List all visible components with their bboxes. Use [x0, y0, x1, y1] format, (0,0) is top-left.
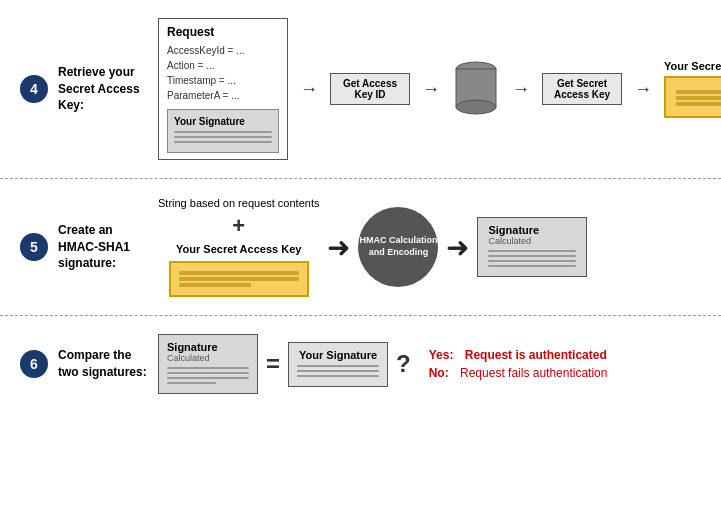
s5-content: String based on request contents + Your … [158, 197, 701, 297]
sig-line-s5-2 [488, 255, 576, 257]
signature-inner-title: Your Signature [174, 116, 272, 127]
fat-arrow-5: ➜ [327, 231, 350, 264]
no-text: Request fails authentication [460, 366, 607, 380]
key-line-2 [676, 96, 721, 100]
field-parameter: ParameterA = ... [167, 88, 279, 103]
request-box: Request AccessKeyId = ... Action = ... T… [158, 18, 288, 160]
key-line-3 [676, 102, 721, 106]
signature-box-s5: Signature Calculated [477, 217, 587, 277]
signature-inner-box: Your Signature [167, 109, 279, 153]
your-sig-line-1 [297, 365, 379, 367]
equals-sign: = [266, 350, 280, 378]
section-6: 6 Compare the two signatures: Signature … [0, 316, 721, 412]
secret-key-title: Your Secret Access Key [664, 60, 721, 72]
calc-sig-line-2 [167, 372, 249, 374]
signature-box-title: Signature [488, 224, 576, 236]
sig-line-3 [174, 141, 272, 143]
sk-line-2 [179, 277, 299, 281]
field-action: Action = ... [167, 58, 279, 73]
calc-sig-title: Signature [167, 341, 249, 353]
get-secret-access-key-label: Get Secret Access Key [542, 73, 622, 105]
field-access-key: AccessKeyId = ... [167, 43, 279, 58]
yes-line: Yes: Request is authenticated [429, 348, 608, 362]
calc-sig-line-1 [167, 367, 249, 369]
hmac-circle: HMAC Calculation and Encoding [358, 207, 438, 287]
fat-arrow-5b: ➜ [446, 231, 469, 264]
plus-sign: + [232, 213, 245, 239]
no-line: No: Request fails authentication [429, 366, 608, 380]
get-access-key-id-label: Get Access Key ID [330, 73, 410, 105]
your-sig-title: Your Signature [297, 349, 379, 361]
sig-line-2 [174, 136, 272, 138]
arrow-4: → [634, 79, 652, 100]
secret-key-yellow-box [169, 261, 309, 297]
your-sig-box: Your Signature [288, 342, 388, 387]
yes-label: Yes: [429, 348, 454, 362]
step-4-circle: 4 [20, 75, 48, 103]
your-sig-line-2 [297, 370, 379, 372]
calc-sig-line-4 [167, 382, 216, 384]
yes-no-box: Yes: Request is authenticated No: Reques… [429, 348, 608, 380]
string-stacked: String based on request contents + Your … [158, 197, 319, 297]
step-6-label: Compare the two signatures: [58, 347, 148, 381]
sig-line-1 [174, 131, 272, 133]
secret-key-lines [676, 90, 721, 106]
s6-content: Signature Calculated = Your Signature ? … [158, 334, 701, 394]
secret-key-value-box [664, 76, 721, 118]
arrow-2: → [422, 79, 440, 100]
key-line-1 [676, 90, 721, 94]
your-sig-line-3 [297, 375, 379, 377]
arrow-3: → [512, 79, 530, 100]
no-label: No: [429, 366, 449, 380]
step-4-label: Retrieve your Secret Access Key: [58, 64, 148, 114]
field-timestamp: Timestamp = ... [167, 73, 279, 88]
arrow-1: → [300, 79, 318, 100]
sk-line-1 [179, 271, 299, 275]
step-6-circle: 6 [20, 350, 48, 378]
question-mark: ? [396, 350, 411, 378]
sig-line-s5-4 [488, 265, 576, 267]
calc-sig-box: Signature Calculated [158, 334, 258, 394]
get-access-key-id-box: Get Access Key ID [330, 73, 410, 105]
get-secret-access-key-box: Get Secret Access Key [542, 73, 622, 105]
sig-line-s5-1 [488, 250, 576, 252]
signature-box-sub: Calculated [488, 236, 576, 246]
string-label: String based on request contents [158, 197, 319, 209]
yes-text: Request is authenticated [465, 348, 607, 362]
sig-line-s5-3 [488, 260, 576, 262]
database-cylinder [452, 59, 500, 119]
section-4: 4 Retrieve your Secret Access Key: Reque… [0, 0, 721, 179]
request-title: Request [167, 25, 279, 39]
step-5-label: Create an HMAC-SHA1 signature: [58, 222, 148, 272]
your-secret-key-label-s5: Your Secret Access Key [176, 243, 301, 255]
step-5-circle: 5 [20, 233, 48, 261]
calc-sig-line-3 [167, 377, 249, 379]
section-5: 5 Create an HMAC-SHA1 signature: String … [0, 179, 721, 316]
sk-line-3 [179, 283, 251, 287]
svg-point-2 [456, 100, 496, 114]
calc-sig-sub: Calculated [167, 353, 249, 363]
